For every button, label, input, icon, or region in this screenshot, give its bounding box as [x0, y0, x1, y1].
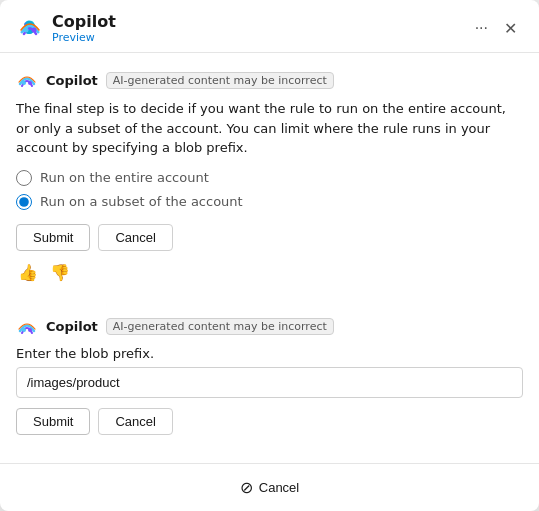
radio-subset-account[interactable]: Run on a subset of the account [16, 194, 523, 210]
title-text: Copilot Preview [52, 12, 116, 44]
thumbs-down-icon: 👎 [50, 264, 70, 281]
svg-point-2 [32, 28, 37, 33]
sender-name-1: Copilot [46, 73, 98, 88]
dialog: Copilot Preview ··· ✕ [0, 0, 539, 511]
svg-point-1 [24, 28, 29, 33]
ai-badge-2: AI-generated content may be incorrect [106, 318, 334, 335]
blob-prefix-input[interactable] [16, 367, 523, 398]
svg-point-5 [22, 328, 26, 332]
cancel-circle-icon: ⊘ [240, 478, 253, 497]
close-icon: ✕ [504, 19, 517, 38]
thumbs-up-button[interactable]: 👍 [16, 261, 40, 284]
bottom-cancel-label: Cancel [259, 480, 299, 495]
sender-name-2: Copilot [46, 319, 98, 334]
bottom-cancel-button[interactable]: ⊘ Cancel [232, 474, 307, 501]
radio-entire-account[interactable]: Run on the entire account [16, 170, 523, 186]
message-2-buttons: Submit Cancel [16, 408, 523, 435]
radio-entire-account-input[interactable] [16, 170, 32, 186]
close-button[interactable]: ✕ [498, 15, 523, 42]
copilot-logo-msg2 [16, 316, 38, 338]
copilot-logo-header [16, 14, 44, 42]
thumbs-down-button[interactable]: 👎 [48, 261, 72, 284]
cancel-button-2[interactable]: Cancel [98, 408, 172, 435]
copilot-logo-msg1 [16, 69, 38, 91]
ai-badge-1: AI-generated content may be incorrect [106, 72, 334, 89]
radio-entire-account-label: Run on the entire account [40, 170, 209, 185]
feedback-row-1: 👍 👎 [16, 261, 523, 284]
svg-point-4 [28, 81, 32, 85]
message-2: Copilot AI-generated content may be inco… [16, 316, 523, 445]
radio-subset-account-label: Run on a subset of the account [40, 194, 243, 209]
submit-button-1[interactable]: Submit [16, 224, 90, 251]
submit-button-2[interactable]: Submit [16, 408, 90, 435]
title-actions: ··· ✕ [469, 15, 523, 42]
thumbs-up-icon: 👍 [18, 264, 38, 281]
content-area[interactable]: Copilot AI-generated content may be inco… [0, 53, 539, 463]
more-button[interactable]: ··· [469, 15, 494, 41]
svg-point-6 [28, 328, 32, 332]
message-1-text: The final step is to decide if you want … [16, 99, 523, 158]
cancel-button-1[interactable]: Cancel [98, 224, 172, 251]
ellipsis-icon: ··· [475, 19, 488, 37]
radio-subset-account-input[interactable] [16, 194, 32, 210]
svg-point-3 [22, 81, 26, 85]
message-2-header: Copilot AI-generated content may be inco… [16, 316, 523, 338]
message-1-buttons: Submit Cancel [16, 224, 523, 251]
app-subtitle: Preview [52, 31, 116, 44]
bottom-bar: ⊘ Cancel [0, 463, 539, 511]
radio-group-1: Run on the entire account Run on a subse… [16, 170, 523, 210]
message-1: Copilot AI-generated content may be inco… [16, 69, 523, 300]
input-label-2: Enter the blob prefix. [16, 346, 523, 361]
title-bar: Copilot Preview ··· ✕ [0, 0, 539, 53]
message-1-header: Copilot AI-generated content may be inco… [16, 69, 523, 91]
app-title: Copilot [52, 12, 116, 31]
